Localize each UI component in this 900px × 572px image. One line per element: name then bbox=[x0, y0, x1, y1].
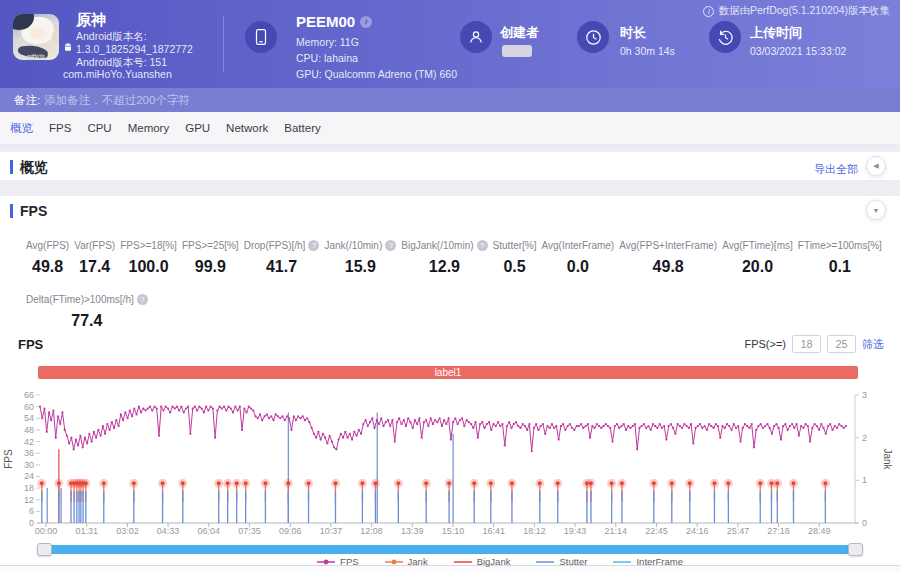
collapse-fps-button[interactable]: ▼ bbox=[866, 200, 886, 220]
svg-text:27:18: 27:18 bbox=[767, 526, 790, 536]
svg-text:24:16: 24:16 bbox=[686, 526, 709, 536]
android-icon bbox=[63, 42, 73, 52]
svg-text:22:45: 22:45 bbox=[645, 526, 668, 536]
svg-text:01:31: 01:31 bbox=[75, 526, 98, 536]
svg-text:48: 48 bbox=[24, 425, 34, 435]
stat-BigJank(/10min): BigJank(/10min)?12.9 bbox=[401, 240, 487, 276]
note-field[interactable]: 备注:添加备注，不超过200个字符 bbox=[0, 88, 900, 112]
svg-text:09:06: 09:06 bbox=[279, 526, 302, 536]
svg-text:12:08: 12:08 bbox=[360, 526, 383, 536]
collapse-overview-button[interactable]: ◀ bbox=[866, 156, 886, 176]
stat-FPS>=18[%]: FPS>=18[%]100.0 bbox=[120, 240, 177, 276]
svg-text:6: 6 bbox=[29, 506, 34, 516]
tab-Network[interactable]: Network bbox=[226, 122, 268, 134]
help-icon[interactable]: ? bbox=[308, 240, 319, 251]
fps-overview-section: FPS ▼ Avg(FPS)49.8Var(FPS)17.4FPS>=18[%]… bbox=[0, 196, 900, 566]
device-info-icon[interactable]: i bbox=[360, 16, 372, 28]
stat-Jank(/10min): Jank(/10min)?15.9 bbox=[324, 240, 396, 276]
divider bbox=[0, 181, 900, 196]
device-memory: Memory: 11G bbox=[296, 36, 359, 48]
chart-scrollbar[interactable] bbox=[38, 545, 862, 554]
legend-Stutter[interactable]: Stutter bbox=[536, 556, 587, 567]
app-package: com.miHoYo.Yuanshen bbox=[63, 68, 172, 80]
tab-FPS[interactable]: FPS bbox=[49, 122, 71, 134]
overview-title: 概览 bbox=[20, 159, 48, 177]
svg-text:66: 66 bbox=[24, 390, 34, 400]
legend-FPS[interactable]: FPS bbox=[317, 556, 358, 567]
svg-text:15:10: 15:10 bbox=[442, 526, 465, 536]
stat-Drop(FPS)[/h]: Drop(FPS)[/h]?41.7 bbox=[244, 240, 320, 276]
overview-section: 概览 导出全部 ◀ bbox=[0, 152, 900, 181]
stat-Stutter[%]: Stutter[%]0.5 bbox=[493, 240, 537, 276]
svg-text:16:41: 16:41 bbox=[482, 526, 505, 536]
svg-text:3: 3 bbox=[862, 390, 867, 400]
help-icon[interactable]: ? bbox=[385, 240, 396, 251]
svg-text:13:39: 13:39 bbox=[401, 526, 424, 536]
tab-GPU[interactable]: GPU bbox=[185, 122, 210, 134]
chart-title: FPS bbox=[18, 337, 43, 352]
svg-text:1: 1 bbox=[862, 475, 867, 485]
report-header: i数据由PerfDog(5.1.210204)版本收集 miHoYo 原神 An… bbox=[0, 0, 900, 88]
svg-text:19:43: 19:43 bbox=[564, 526, 587, 536]
android-version-label: Android版本名: bbox=[76, 30, 147, 44]
header-divider bbox=[223, 16, 224, 72]
svg-text:21:14: 21:14 bbox=[605, 526, 628, 536]
svg-text:24: 24 bbox=[24, 471, 34, 481]
fps-section-title: FPS bbox=[20, 203, 47, 219]
upload-time-value: 03/03/2021 15:33:02 bbox=[750, 45, 846, 57]
svg-text:60: 60 bbox=[24, 402, 34, 412]
fps-filter-label: FPS(>=) bbox=[744, 338, 786, 350]
threshold-label-bar: label1 bbox=[38, 366, 858, 379]
device-model: PEEM00i bbox=[296, 13, 372, 30]
export-all-link[interactable]: 导出全部 bbox=[814, 162, 858, 177]
legend-InterFrame[interactable]: InterFrame bbox=[613, 556, 682, 567]
svg-text:54: 54 bbox=[24, 413, 34, 423]
info-icon: i bbox=[703, 6, 714, 17]
svg-text:30: 30 bbox=[24, 460, 34, 470]
fps-threshold-low-input[interactable] bbox=[792, 335, 821, 353]
tab-Battery[interactable]: Battery bbox=[284, 122, 320, 134]
stat-FTime>=100ms[%]: FTime>=100ms[%]0.1 bbox=[798, 240, 882, 276]
fps-threshold-high-input[interactable] bbox=[827, 335, 856, 353]
stat-Var(FPS): Var(FPS)17.4 bbox=[74, 240, 115, 276]
device-icon bbox=[245, 21, 277, 53]
legend-BigJank[interactable]: BigJank bbox=[454, 556, 511, 567]
app-icon: miHoYo bbox=[13, 14, 59, 60]
tab-Memory[interactable]: Memory bbox=[128, 122, 170, 134]
chart-legend: FPSJankBigJankStutterInterFrame bbox=[50, 556, 900, 567]
duration-label: 时长 bbox=[620, 24, 646, 42]
stat-Avg(FTime)[ms]: Avg(FTime)[ms]20.0 bbox=[722, 240, 793, 276]
duration-icon bbox=[577, 21, 609, 53]
svg-text:FPS: FPS bbox=[3, 449, 14, 469]
scrollbar-left-handle[interactable] bbox=[37, 543, 52, 556]
svg-text:12: 12 bbox=[24, 495, 34, 505]
filter-apply-link[interactable]: 筛选 bbox=[862, 337, 884, 352]
svg-text:10:37: 10:37 bbox=[320, 526, 343, 536]
perfdog-report-page: i数据由PerfDog(5.1.210204)版本收集 miHoYo 原神 An… bbox=[0, 0, 900, 572]
fps-stats-row: Avg(FPS)49.8Var(FPS)17.4FPS>=18[%]100.0F… bbox=[0, 240, 900, 276]
fps-chart: 0612182430364248546066012300:0001:3103:0… bbox=[0, 388, 900, 543]
fps-stats-row2: Delta(FTime)>100ms[/h]?77.4 bbox=[26, 294, 148, 330]
tab-概览[interactable]: 概览 bbox=[10, 121, 33, 136]
note-label: 备注: bbox=[14, 94, 40, 106]
help-icon[interactable]: ? bbox=[477, 240, 488, 251]
legend-Jank[interactable]: Jank bbox=[385, 556, 428, 567]
collector-note: i数据由PerfDog(5.1.210204)版本收集 bbox=[703, 4, 890, 18]
svg-text:28:49: 28:49 bbox=[808, 526, 831, 536]
section-accent-bar bbox=[10, 160, 13, 174]
svg-text:36: 36 bbox=[24, 448, 34, 458]
svg-text:42: 42 bbox=[24, 437, 34, 447]
note-placeholder: 添加备注，不超过200个字符 bbox=[44, 94, 190, 106]
upload-time-icon bbox=[709, 21, 741, 53]
creator-icon bbox=[460, 21, 492, 53]
device-gpu: GPU: Qualcomm Adreno (TM) 660 bbox=[296, 68, 457, 80]
svg-text:Jank: Jank bbox=[882, 448, 893, 470]
tab-CPU[interactable]: CPU bbox=[87, 122, 111, 134]
stat-Delta(FTime)>100ms[/h]: Delta(FTime)>100ms[/h]?77.4 bbox=[26, 294, 148, 330]
app-name: 原神 bbox=[76, 11, 106, 30]
svg-text:04:33: 04:33 bbox=[157, 526, 180, 536]
help-icon[interactable]: ? bbox=[137, 294, 148, 305]
creator-name-redacted bbox=[502, 45, 532, 57]
scrollbar-right-handle[interactable] bbox=[848, 543, 863, 556]
svg-text:0: 0 bbox=[29, 518, 34, 528]
